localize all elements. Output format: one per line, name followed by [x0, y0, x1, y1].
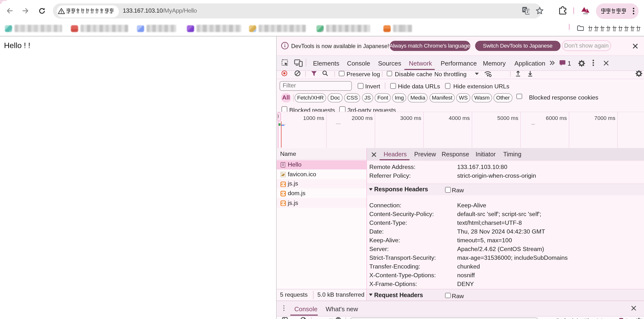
svg-text:nove: nove	[583, 12, 588, 15]
